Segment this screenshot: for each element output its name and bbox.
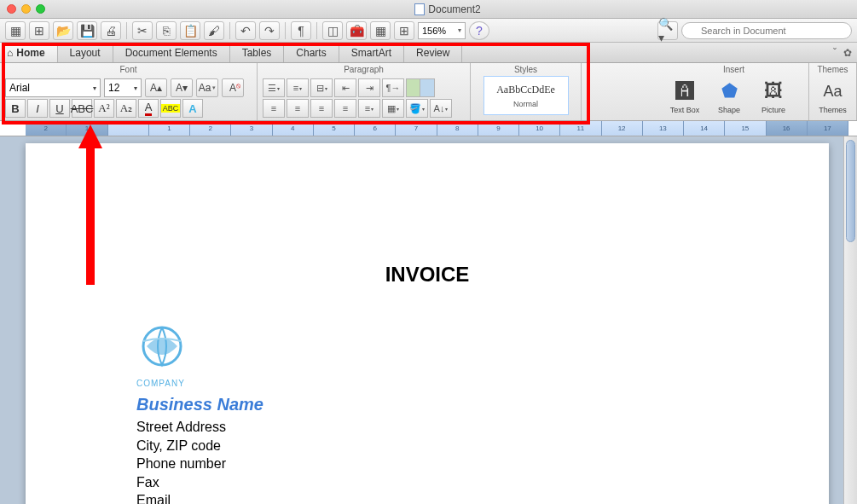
business-name: Business Name	[136, 395, 718, 414]
new-button[interactable]: ▦	[5, 21, 26, 40]
themes-group: Themes Aa Themes	[809, 63, 857, 120]
textbox-button[interactable]: 🅰 Text Box	[664, 78, 705, 114]
styles-group-label: Styles	[476, 65, 576, 74]
phone-number: Phone number	[136, 455, 718, 473]
shading-button[interactable]: 🪣	[406, 99, 428, 118]
columns-button[interactable]	[406, 78, 435, 97]
borders-button[interactable]: ▦	[382, 99, 404, 118]
scrollbar-thumb[interactable]	[846, 140, 855, 242]
window-titlebar: Document2	[0, 0, 857, 19]
horizontal-ruler[interactable]: 211234567891011121314151617	[0, 121, 857, 136]
decrease-indent-button[interactable]: ⇤	[334, 78, 356, 97]
window-title: Document2	[428, 3, 480, 15]
search-scope-button[interactable]: 🔍▾	[657, 21, 678, 40]
align-left-button[interactable]: ≡	[263, 99, 285, 118]
numbering-button[interactable]: ≡	[287, 78, 309, 97]
italic-button[interactable]: I	[27, 99, 48, 118]
vertical-scrollbar[interactable]	[843, 136, 857, 504]
sidebar-button[interactable]: ◫	[322, 21, 343, 40]
tab-smartart[interactable]: SmartArt	[339, 43, 404, 62]
insert-group-label: Insert	[664, 65, 803, 77]
ribbon-options-icon[interactable]: ✿	[843, 47, 852, 59]
themes-icon: Aa	[820, 78, 846, 104]
ribbon: Font Arial 12 A▴ A▾ Aa A⦸ B I U ABC A² A…	[0, 63, 857, 121]
company-logo-icon	[136, 321, 188, 372]
style-normal[interactable]: AaBbCcDdEe Normal	[484, 76, 569, 115]
bullets-button[interactable]: ☰	[263, 78, 285, 97]
clear-formatting-button[interactable]: A⦸	[222, 78, 244, 97]
line-spacing-button[interactable]: ≡	[358, 99, 380, 118]
font-size-select[interactable]: 12	[104, 78, 142, 97]
print-button[interactable]: 🖨	[101, 21, 121, 40]
tab-document-elements[interactable]: Document Elements	[113, 43, 230, 62]
insert-group: Insert 🅰 Text Box ⬟ Shape 🖼 Picture	[659, 63, 809, 120]
shape-icon: ⬟	[716, 78, 742, 104]
ribbon-tabs: ⌂Home Layout Document Elements Tables Ch…	[0, 43, 857, 63]
subscript-button[interactable]: A₂	[116, 99, 136, 118]
font-name-select[interactable]: Arial	[5, 78, 101, 97]
textbox-icon: 🅰	[672, 78, 698, 104]
picture-button[interactable]: 🖼 Picture	[753, 78, 794, 114]
search-input[interactable]	[681, 22, 852, 39]
font-group-label: Font	[5, 65, 252, 77]
media-button[interactable]: ▦	[370, 21, 391, 40]
styles-group: Styles AaBbCcDdEe Normal ▶	[471, 63, 582, 120]
invoice-title: INVOICE	[136, 263, 718, 287]
collapse-ribbon-icon[interactable]: ˇ	[833, 47, 837, 59]
shape-button[interactable]: ⬟ Shape	[709, 78, 750, 114]
paragraph-group-label: Paragraph	[263, 65, 465, 77]
close-icon[interactable]	[7, 4, 16, 14]
toolbox-button[interactable]: 🧰	[346, 21, 367, 40]
themes-button[interactable]: Aa Themes	[814, 78, 851, 114]
city-zip: City, ZIP code	[136, 437, 718, 455]
highlight-button[interactable]: ABC	[160, 99, 181, 118]
format-painter-button[interactable]: 🖌	[204, 21, 224, 40]
document-area: INVOICE COMPANY Business Name Street Add…	[0, 136, 857, 504]
page[interactable]: INVOICE COMPANY Business Name Street Add…	[26, 143, 829, 504]
tab-tables[interactable]: Tables	[230, 43, 285, 62]
strikethrough-button[interactable]: ABC	[72, 99, 92, 118]
increase-indent-button[interactable]: ⇥	[358, 78, 380, 97]
align-right-button[interactable]: ≡	[310, 99, 333, 118]
font-color-button[interactable]: A	[138, 99, 159, 118]
copy-button[interactable]: ⎘	[156, 21, 177, 40]
multilevel-button[interactable]: ⊟	[310, 78, 333, 97]
redo-button[interactable]: ↷	[259, 21, 280, 40]
paragraph-group: Paragraph ☰ ≡ ⊟ ⇤ ⇥ ¶→ ≡ ≡ ≡ ≡ ≡ ▦ 🪣 A↓	[258, 63, 471, 120]
grow-font-button[interactable]: A▴	[145, 78, 167, 97]
style-preview-text: AaBbCcDdEe	[496, 84, 555, 96]
zoom-select[interactable]: 156%	[418, 22, 466, 39]
maximize-icon[interactable]	[36, 4, 45, 14]
ltr-button[interactable]: ¶→	[382, 78, 404, 97]
picture-icon: 🖼	[761, 78, 786, 104]
help-button[interactable]: ?	[469, 21, 489, 40]
sort-button[interactable]: A↓	[430, 99, 452, 118]
tab-charts[interactable]: Charts	[284, 43, 339, 62]
paste-button[interactable]: 📋	[180, 21, 200, 40]
themes-group-label: Themes	[814, 65, 851, 77]
logo-text: COMPANY	[136, 379, 718, 388]
tab-review[interactable]: Review	[404, 43, 462, 62]
window-controls	[7, 4, 45, 14]
street-address: Street Address	[136, 418, 718, 437]
cut-button[interactable]: ✂	[132, 21, 153, 40]
tab-home[interactable]: ⌂Home	[0, 43, 58, 62]
change-case-button[interactable]: Aa	[196, 78, 218, 97]
shrink-font-button[interactable]: A▾	[171, 78, 193, 97]
undo-button[interactable]: ↶	[235, 21, 256, 40]
save-button[interactable]: 💾	[77, 21, 97, 40]
superscript-button[interactable]: A²	[94, 99, 114, 118]
align-center-button[interactable]: ≡	[287, 99, 309, 118]
gallery-button[interactable]: ⊞	[394, 21, 414, 40]
bold-button[interactable]: B	[5, 99, 26, 118]
justify-button[interactable]: ≡	[334, 99, 356, 118]
templates-button[interactable]: ⊞	[29, 21, 49, 40]
show-marks-button[interactable]: ¶	[291, 21, 311, 40]
font-group: Font Arial 12 A▴ A▾ Aa A⦸ B I U ABC A² A…	[0, 63, 258, 120]
text-effects-button[interactable]: A	[182, 99, 203, 118]
open-button[interactable]: 📂	[53, 21, 73, 40]
tab-layout[interactable]: Layout	[58, 43, 113, 62]
minimize-icon[interactable]	[21, 4, 31, 14]
email: Email	[136, 491, 718, 504]
underline-button[interactable]: U	[49, 99, 70, 118]
